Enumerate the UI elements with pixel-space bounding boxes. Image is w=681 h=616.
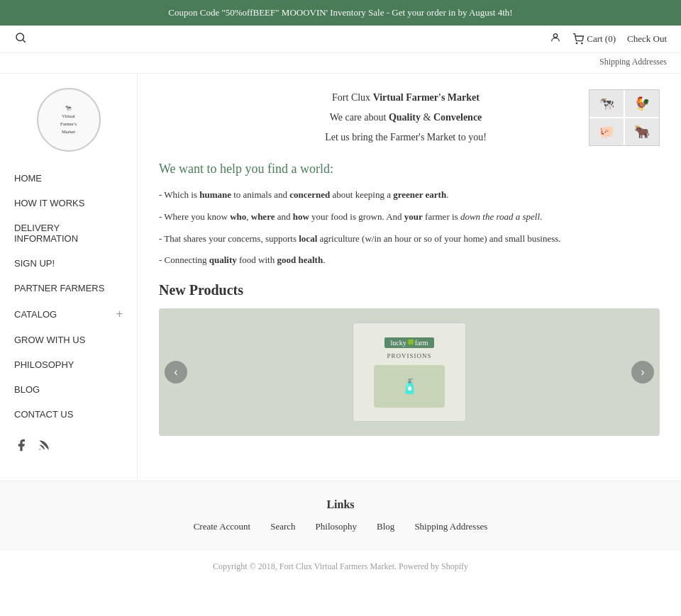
brand-tagline2: Let us bring the Farmer's Market to you!: [223, 128, 589, 147]
sidebar-nav-item[interactable]: HOW IT WORKS: [0, 191, 137, 215]
checkout-link[interactable]: Check Out: [627, 33, 667, 45]
shipping-addresses-link[interactable]: Shipping Addresses: [599, 57, 667, 67]
sidebar-nav-item[interactable]: CATALOG+: [0, 301, 137, 327]
svg-point-4: [582, 43, 582, 43]
sidebar-nav-item[interactable]: SIGN UP!: [0, 251, 137, 276]
banner-text: Coupon Code "50%offBEEF" MOOOVIN' Invent…: [168, 7, 512, 18]
nav-item-label: CATALOG: [14, 309, 57, 320]
svg-point-3: [577, 43, 577, 43]
footer-link[interactable]: Search: [270, 521, 295, 532]
footer-links-heading: Links: [14, 498, 667, 511]
shipping-row: Shipping Addresses: [0, 53, 681, 74]
footer-links-section: Links Create AccountSearchPhilosophyBlog…: [0, 481, 681, 549]
logo: 🐄VirtualFarmer'sMarket: [37, 88, 101, 152]
product-card: lucky🍀farm PROVISIONS 🧴: [353, 323, 466, 422]
header-left: [14, 31, 27, 47]
brand-tagline: We care about Quality & Convelence: [223, 108, 589, 128]
brand-image-cell-3: 🐖: [589, 118, 624, 145]
footer-link[interactable]: Shipping Addresses: [414, 521, 487, 532]
product-label: lucky🍀farm: [384, 337, 433, 348]
nav-item-label: DELIVERY INFORMATION: [14, 223, 123, 244]
intro-heading: We want to help you find a world:: [159, 162, 660, 177]
sidebar-nav-item[interactable]: GROW WITH US: [0, 327, 137, 352]
brand-image-cell-2: 🐓: [625, 90, 659, 117]
rss-link[interactable]: [37, 438, 51, 455]
intro-item-4: - Connecting quality food with good heal…: [159, 253, 660, 268]
brand-text: Fort Clux Virtual Farmer's Market We car…: [223, 88, 589, 147]
cart-button[interactable]: Cart (0): [572, 33, 616, 45]
brand-image: 🐄 🐓 🐖 🐂: [589, 89, 660, 146]
footer-links-list: Create AccountSearchPhilosophyBlogShippi…: [14, 521, 667, 532]
intro-item-2: - Where you know who, where and how your…: [159, 210, 660, 225]
footer-link[interactable]: Philosophy: [316, 521, 358, 532]
svg-point-5: [39, 449, 40, 450]
site-header: Cart (0) Check Out: [0, 26, 681, 53]
cart-label: Cart (0): [587, 33, 616, 45]
rss-icon: [37, 438, 51, 452]
search-button[interactable]: [14, 31, 27, 47]
nav-item-label: HOME: [14, 173, 42, 184]
nav-item-label: GROW WITH US: [14, 335, 85, 345]
search-icon: [14, 31, 27, 44]
brand-image-cell-4: 🐂: [625, 118, 659, 145]
nav-item-label: SIGN UP!: [14, 258, 55, 269]
cart-icon: [572, 33, 584, 45]
new-products-heading: New Products: [159, 282, 660, 298]
svg-point-2: [554, 34, 558, 38]
nav-item-label: HOW IT WORKS: [14, 198, 84, 208]
svg-point-0: [16, 33, 24, 41]
promo-banner: Coupon Code "50%offBEEF" MOOOVIN' Invent…: [0, 0, 681, 26]
nav-item-label: PARTNER FARMERS: [14, 283, 104, 293]
logo-text: 🐄VirtualFarmer'sMarket: [60, 104, 77, 136]
social-links: [0, 427, 137, 466]
carousel-prev-button[interactable]: ‹: [165, 361, 187, 383]
intro-item-3: - That shares your concerns, supports lo…: [159, 232, 660, 247]
copyright-text: Copyright © 2018, Fort Clux Virtual Farm…: [213, 561, 468, 571]
brand-block: Fort Clux Virtual Farmer's Market We car…: [159, 88, 660, 147]
sidebar-logo: 🐄VirtualFarmer'sMarket: [0, 88, 137, 166]
user-icon: [550, 32, 561, 43]
brand-image-cell-1: 🐄: [589, 90, 624, 117]
product-sublabel: PROVISIONS: [387, 352, 431, 359]
sidebar: 🐄VirtualFarmer'sMarket HOMEHOW IT WORKSD…: [0, 74, 138, 481]
facebook-link[interactable]: [14, 438, 28, 455]
brand-name: Fort Clux Virtual Farmer's Market: [223, 88, 589, 108]
nav-item-label: PHILOSOPHY: [14, 359, 74, 370]
carousel-next-button[interactable]: ›: [631, 361, 654, 383]
footer-link[interactable]: Blog: [377, 521, 394, 532]
sidebar-nav-item[interactable]: HOME: [0, 166, 137, 191]
sidebar-nav-item[interactable]: PHILOSOPHY: [0, 352, 137, 377]
main-layout: 🐄VirtualFarmer'sMarket HOMEHOW IT WORKSD…: [0, 74, 681, 481]
nav-items: HOMEHOW IT WORKSDELIVERY INFORMATIONSIGN…: [0, 166, 137, 427]
nav-item-label: CONTACT US: [14, 409, 73, 420]
svg-line-1: [23, 40, 25, 42]
product-image: 🧴: [374, 365, 445, 408]
sidebar-nav-item[interactable]: CONTACT US: [0, 402, 137, 427]
carousel-inner: lucky🍀farm PROVISIONS 🧴: [159, 308, 660, 436]
facebook-icon: [14, 438, 28, 452]
nav-item-label: BLOG: [14, 384, 40, 395]
main-content: Fort Clux Virtual Farmer's Market We car…: [138, 74, 681, 481]
sidebar-nav-item[interactable]: PARTNER FARMERS: [0, 276, 137, 301]
footer-link[interactable]: Create Account: [194, 521, 251, 532]
sidebar-nav-item[interactable]: DELIVERY INFORMATION: [0, 215, 137, 251]
footer-bottom: Copyright © 2018, Fort Clux Virtual Farm…: [0, 549, 681, 583]
sidebar-nav-item[interactable]: BLOG: [0, 377, 137, 402]
user-account-link[interactable]: [550, 32, 561, 46]
intro-item-1: - Which is humane to animals and concern…: [159, 188, 660, 203]
plus-icon: +: [116, 308, 123, 320]
product-carousel: ‹ lucky🍀farm PROVISIONS 🧴 ›: [159, 308, 660, 436]
header-right: Cart (0) Check Out: [550, 32, 667, 46]
